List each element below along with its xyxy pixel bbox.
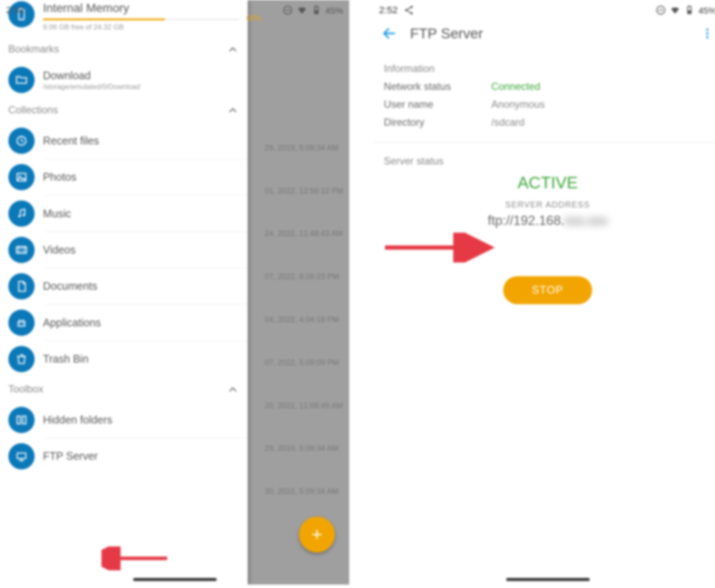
status-battery-pct: 45% bbox=[698, 5, 715, 15]
svg-point-10 bbox=[18, 215, 20, 217]
collection-label: Applications bbox=[43, 317, 101, 329]
bg-date: 07, 2022, 5:09:09 PM bbox=[265, 358, 343, 367]
collection-trash-bin[interactable]: Trash Bin bbox=[0, 341, 248, 377]
nav-bar-pill bbox=[133, 578, 217, 581]
info-grid: Network status Connected User name Anony… bbox=[384, 81, 712, 129]
toolbox-hidden-folders[interactable]: Hidden folders bbox=[0, 402, 248, 438]
network-status-value: Connected bbox=[491, 81, 712, 93]
bg-date: 04, 2022, 4:04:19 PM bbox=[265, 315, 343, 324]
svg-rect-3 bbox=[316, 6, 317, 6]
svg-rect-15 bbox=[17, 416, 20, 424]
collection-label: Documents bbox=[43, 280, 97, 292]
battery-icon bbox=[311, 5, 321, 15]
svg-point-14 bbox=[23, 323, 24, 324]
svg-point-27 bbox=[706, 29, 708, 31]
section-bookmarks-label: Bookmarks bbox=[9, 43, 59, 55]
collection-label: Trash Bin bbox=[43, 353, 89, 365]
bg-date: 20, 2022, 11:08:49 AM bbox=[265, 401, 343, 410]
ftp-content: Information Network status Connected Use… bbox=[373, 46, 715, 310]
toolbox-label: Hidden folders bbox=[43, 414, 113, 426]
collection-documents[interactable]: Documents bbox=[0, 268, 248, 304]
plus-icon bbox=[309, 527, 324, 542]
collection-recent-files[interactable]: Recent files bbox=[0, 123, 248, 159]
server-address-value[interactable]: ftp://192.168.xxx.xxx bbox=[384, 213, 712, 228]
collection-label: Music bbox=[43, 208, 71, 220]
network-status-label: Network status bbox=[384, 81, 491, 93]
collection-label: Videos bbox=[43, 244, 76, 256]
annotation-arrow-left bbox=[101, 546, 173, 570]
bg-date: 01, 2022, 12:56:12 PM bbox=[265, 186, 343, 195]
image-icon bbox=[9, 164, 35, 190]
collection-label: Photos bbox=[43, 171, 76, 183]
collection-music[interactable]: Music bbox=[0, 196, 248, 231]
bookmark-title: Download bbox=[43, 69, 140, 82]
bookmark-path: /storage/emulated/0/Download bbox=[43, 82, 140, 91]
svg-rect-25 bbox=[689, 6, 690, 6]
more-vert-icon[interactable] bbox=[701, 27, 714, 40]
back-arrow-icon[interactable] bbox=[382, 26, 397, 41]
nav-bar-pill bbox=[506, 578, 590, 581]
svg-point-13 bbox=[19, 323, 20, 324]
wifi-icon bbox=[670, 5, 680, 15]
svg-point-11 bbox=[23, 214, 25, 216]
directory-value: /sdcard bbox=[491, 117, 712, 129]
bookmark-download[interactable]: Download /storage/emulated/0/Download bbox=[0, 62, 248, 98]
trash-icon bbox=[9, 346, 35, 372]
bg-date: 29, 2019, 5:09:34 AM bbox=[265, 444, 343, 453]
chevron-up-icon bbox=[226, 383, 240, 396]
information-header: Information bbox=[384, 63, 712, 75]
chevron-up-icon bbox=[226, 43, 240, 56]
collection-label: Recent files bbox=[43, 135, 99, 147]
chevron-up-icon bbox=[226, 104, 240, 117]
hidden-folders-icon bbox=[9, 407, 35, 433]
svg-point-28 bbox=[706, 32, 708, 35]
dnd-icon bbox=[282, 5, 293, 15]
music-icon bbox=[9, 200, 35, 227]
address-visible: ftp://192.168. bbox=[488, 213, 564, 228]
navigation-drawer: Internal Memory 62% 9.06 GB free of 24.3… bbox=[0, 0, 248, 585]
ftp-icon bbox=[9, 443, 35, 470]
bg-date: 24, 2022, 11:48:43 AM bbox=[265, 229, 343, 238]
annotation-arrow-right bbox=[379, 233, 498, 262]
section-collections-label: Collections bbox=[9, 104, 58, 116]
collection-photos[interactable]: Photos bbox=[0, 159, 248, 195]
bg-date: 29, 2019, 5:09:34 AM bbox=[265, 143, 343, 152]
wifi-icon bbox=[297, 5, 307, 15]
svg-rect-17 bbox=[17, 453, 26, 458]
status-time: 2:52 bbox=[379, 5, 398, 15]
video-icon bbox=[9, 237, 35, 263]
appbar-title: FTP Server bbox=[410, 25, 688, 42]
collection-applications[interactable]: Applications bbox=[0, 305, 248, 340]
app-bar: FTP Server bbox=[373, 20, 715, 47]
section-bookmarks[interactable]: Bookmarks bbox=[0, 37, 248, 62]
section-collections[interactable]: Collections bbox=[0, 98, 248, 123]
divider bbox=[373, 142, 715, 142]
dnd-icon bbox=[655, 5, 666, 15]
section-toolbox-label: Toolbox bbox=[9, 383, 43, 395]
section-toolbox[interactable]: Toolbox bbox=[0, 377, 248, 402]
collection-videos[interactable]: Videos bbox=[0, 232, 248, 268]
toolbox-ftp-server[interactable]: FTP Server bbox=[0, 438, 248, 474]
battery-icon bbox=[684, 5, 695, 15]
stop-button[interactable]: STOP bbox=[503, 276, 592, 304]
status-time: 2:52 bbox=[6, 5, 25, 15]
document-icon bbox=[9, 273, 35, 300]
svg-point-29 bbox=[706, 36, 708, 38]
user-name-value: Anonymous bbox=[491, 99, 712, 111]
server-active-label: ACTIVE bbox=[384, 173, 712, 193]
svg-rect-26 bbox=[688, 10, 691, 13]
bg-date: 07, 2022, 8:26:23 PM bbox=[265, 272, 343, 281]
server-status-header: Server status bbox=[384, 156, 712, 167]
user-name-label: User name bbox=[384, 99, 491, 111]
directory-label: Directory bbox=[384, 117, 491, 129]
status-bar: 2:52 45% bbox=[373, 0, 715, 20]
toolbox-label: FTP Server bbox=[43, 450, 98, 462]
bg-date: 30, 2022, 5:09:34 AM bbox=[265, 487, 343, 496]
svg-rect-16 bbox=[23, 416, 26, 424]
status-battery-pct: 45% bbox=[325, 5, 343, 15]
svg-rect-4 bbox=[315, 10, 318, 13]
status-bar: 2:52 45% bbox=[0, 0, 349, 20]
right-phone-screenshot: 2:52 45% FTP Server Information Network … bbox=[373, 0, 715, 585]
fab-add-button[interactable] bbox=[299, 516, 335, 552]
address-redacted: xxx.xxx bbox=[564, 213, 608, 228]
